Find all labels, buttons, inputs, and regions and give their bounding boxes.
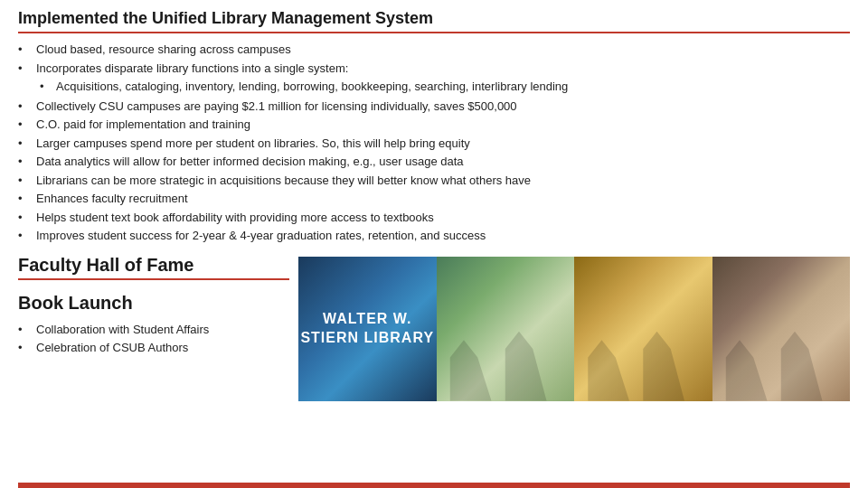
- library-name-line2: STIERN LIBRARY: [300, 329, 434, 348]
- bullet-icon: •: [18, 116, 33, 134]
- list-item-text: Helps student text book affordability wi…: [36, 209, 434, 227]
- list-item: • Incorporates disparate library functio…: [18, 60, 850, 78]
- list-item-sub: • Acquisitions, cataloging, inventory, l…: [18, 78, 850, 97]
- book-list-item: • Collaboration with Student Affairs: [18, 321, 289, 340]
- list-item-text: Collectively CSU campuses are paying $2.…: [36, 98, 517, 116]
- main-title: Implemented the Unified Library Manageme…: [18, 9, 850, 33]
- bullet-icon: •: [18, 135, 33, 153]
- sub-bullet-list: • Acquisitions, cataloging, inventory, l…: [40, 78, 568, 97]
- people-silhouette-3: [712, 314, 851, 401]
- library-sign-text: WALTER W. STIERN LIBRARY: [300, 310, 434, 348]
- book-list-item-text: Collaboration with Student Affairs: [36, 321, 209, 340]
- list-item: • Data analytics will allow for better i…: [18, 153, 850, 171]
- page: Implemented the Unified Library Manageme…: [0, 0, 868, 488]
- list-item: • Librarians can be more strategic in ac…: [18, 172, 850, 190]
- bullet-icon: •: [18, 190, 33, 208]
- list-item-text: Cloud based, resource sharing across cam…: [36, 41, 291, 59]
- list-item: • C.O. paid for implementation and train…: [18, 116, 850, 134]
- people-silhouette: [437, 314, 575, 401]
- bullet-icon: •: [18, 227, 33, 245]
- book-bullet-list: • Collaboration with Student Affairs • C…: [18, 321, 289, 359]
- library-reading-image: [712, 257, 851, 401]
- list-item: • Collectively CSU campuses are paying $…: [18, 98, 850, 116]
- top-section: Implemented the Unified Library Manageme…: [18, 9, 850, 246]
- left-bottom: Faculty Hall of Fame Book Launch • Colla…: [18, 255, 298, 483]
- list-item: • Larger campuses spend more per student…: [18, 135, 850, 153]
- list-item: • Cloud based, resource sharing across c…: [18, 41, 850, 59]
- list-item-text: Librarians can be more strategic in acqu…: [36, 172, 531, 190]
- list-item-text: Improves student success for 2-year & 4-…: [36, 227, 486, 245]
- book-list-item-text: Celebration of CSUB Authors: [36, 339, 188, 358]
- bullet-icon: •: [18, 172, 33, 190]
- faculty-hall-title: Faculty Hall of Fame: [18, 255, 289, 280]
- list-item: • Helps student text book affordability …: [18, 209, 850, 227]
- sub-list-item-text: Acquisitions, cataloging, inventory, len…: [56, 78, 568, 96]
- library-name-line1: WALTER W.: [300, 310, 434, 329]
- library-study-image: [574, 257, 712, 401]
- list-item-text: Enhances faculty recruitment: [36, 190, 188, 208]
- bottom-bar: [18, 483, 850, 488]
- image-area: WALTER W. STIERN LIBRARY: [298, 257, 850, 401]
- list-item-text: Data analytics will allow for better inf…: [36, 153, 464, 171]
- sub-list-item: • Acquisitions, cataloging, inventory, l…: [40, 78, 568, 96]
- list-item-text: C.O. paid for implementation and trainin…: [36, 116, 250, 134]
- list-item-text: Larger campuses spend more per student o…: [36, 135, 470, 153]
- bullet-icon: •: [18, 209, 33, 227]
- bullet-icon: •: [18, 339, 33, 358]
- main-bullet-list: • Cloud based, resource sharing across c…: [18, 41, 850, 245]
- bullet-icon: •: [18, 60, 33, 78]
- library-exterior-image: [437, 257, 575, 401]
- library-sign-image: WALTER W. STIERN LIBRARY: [298, 257, 437, 401]
- book-launch-title: Book Launch: [18, 293, 289, 314]
- list-item: • Improves student success for 2-year & …: [18, 227, 850, 245]
- list-item-text: Incorporates disparate library functions…: [36, 60, 348, 78]
- bullet-icon: •: [18, 98, 33, 116]
- bottom-section: Faculty Hall of Fame Book Launch • Colla…: [18, 255, 850, 483]
- bullet-icon: •: [18, 41, 33, 59]
- sub-bullet-icon: •: [40, 78, 52, 96]
- book-list-item: • Celebration of CSUB Authors: [18, 339, 289, 358]
- list-item: • Enhances faculty recruitment: [18, 190, 850, 208]
- people-silhouette-2: [574, 314, 712, 401]
- bullet-icon: •: [18, 321, 33, 340]
- bullet-icon: •: [18, 153, 33, 171]
